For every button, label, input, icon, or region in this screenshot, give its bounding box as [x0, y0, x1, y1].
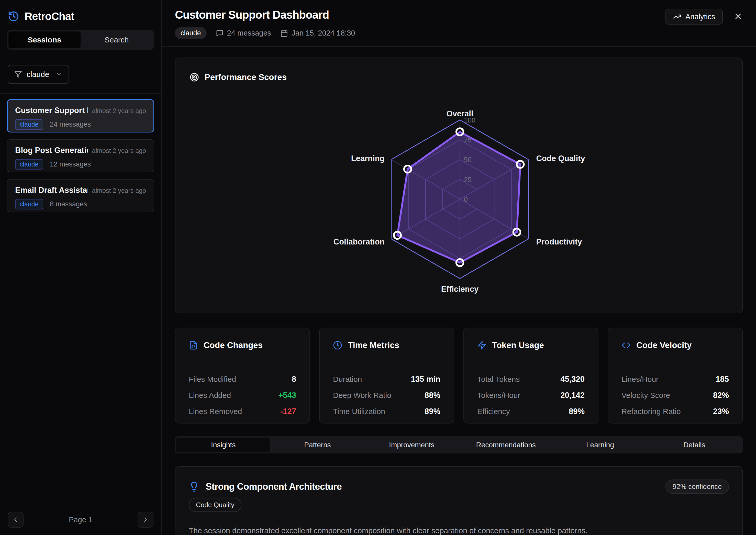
session-title: Blog Post Generation: [15, 146, 88, 155]
app-title: RetroChat: [25, 10, 74, 22]
analytics-button[interactable]: Analytics: [665, 9, 723, 25]
session-content: Performance Scores 0255075100OverallCode…: [162, 47, 756, 535]
card-title: Time Metrics: [348, 340, 399, 350]
header-message-count: 24 messages: [216, 29, 271, 37]
svg-text:Productivity: Productivity: [536, 237, 582, 246]
sidebar-view-tabs: Sessions Search: [7, 30, 154, 50]
metric-row: Files Modified 8: [189, 375, 296, 384]
session-item-blog-post[interactable]: Blog Post Generation almost 2 years ago …: [7, 139, 154, 172]
svg-text:25: 25: [464, 176, 472, 183]
metric-row: Lines/Hour 185: [622, 375, 729, 384]
insight-title: Strong Component Architecture: [206, 481, 342, 492]
sidebar: RetroChat Sessions Search claude Custome…: [0, 0, 162, 535]
x-icon: [734, 12, 743, 21]
metric-row: Lines Added +543: [189, 391, 296, 400]
chart-title: Performance Scores: [205, 72, 287, 82]
performance-radar-chart: 0255075100OverallCode QualityProductivit…: [176, 58, 742, 313]
app-logo: RetroChat: [0, 0, 161, 30]
tab-improvements[interactable]: Improvements: [365, 437, 459, 452]
chevron-left-icon: [12, 516, 19, 523]
session-title: Customer Support Das...: [15, 106, 88, 115]
card-title: Code Velocity: [636, 340, 691, 350]
svg-text:Efficiency: Efficiency: [441, 285, 479, 294]
metric-row: Deep Work Ratio 88%: [333, 391, 440, 400]
insight-description: The session demonstrated excellent compo…: [189, 525, 729, 535]
metric-row: Refactoring Ratio 23%: [622, 407, 729, 416]
message-count: 8 messages: [50, 200, 87, 208]
trending-up-icon: [673, 13, 681, 21]
next-page-button[interactable]: [138, 512, 154, 527]
tab-details[interactable]: Details: [647, 437, 742, 452]
history-icon: [8, 11, 19, 22]
metric-row: Tokens/Hour 20,142: [477, 391, 585, 400]
header-datetime: Jan 15, 2024 18:30: [280, 29, 355, 37]
code-brackets-icon: [622, 341, 631, 350]
tab-recommendations[interactable]: Recommendations: [459, 437, 553, 452]
tab-patterns[interactable]: Patterns: [270, 437, 364, 452]
session-timestamp: almost 2 years ago: [92, 107, 146, 115]
metrics-grid: Code Changes Files Modified 8 Lines Adde…: [175, 327, 743, 424]
zap-icon: [477, 341, 487, 350]
metric-row: Velocity Score 82%: [622, 391, 729, 400]
tab-learning[interactable]: Learning: [553, 437, 647, 452]
message-square-icon: [216, 29, 224, 37]
session-header: Customer Support Dashboard claude 24 mes…: [162, 0, 756, 47]
prev-page-button[interactable]: [8, 512, 23, 527]
session-list: Customer Support Das... almost 2 years a…: [0, 94, 161, 504]
pagination: Page 1: [0, 504, 161, 535]
page-indicator: Page 1: [69, 516, 92, 524]
calendar-icon: [280, 29, 288, 37]
session-timestamp: almost 2 years ago: [92, 147, 146, 155]
metric-row: Lines Removed -127: [189, 407, 296, 416]
session-item-customer-support[interactable]: Customer Support Das... almost 2 years a…: [7, 99, 154, 132]
funnel-icon: [14, 70, 22, 78]
metric-row: Duration 135 min: [333, 375, 440, 384]
performance-scores-card: Performance Scores 0255075100OverallCode…: [175, 58, 743, 313]
session-timestamp: almost 2 years ago: [92, 187, 146, 194]
session-item-email-draft[interactable]: Email Draft Assistant almost 2 years ago…: [7, 179, 154, 212]
tab-search[interactable]: Search: [81, 31, 153, 48]
lightbulb-icon: [189, 481, 200, 492]
confidence-badge: 92% confidence: [665, 480, 729, 494]
svg-text:75: 75: [464, 136, 472, 144]
card-title: Token Usage: [492, 340, 544, 350]
target-icon: [190, 72, 199, 82]
token-usage-card: Token Usage Total Tokens 45,320 Tokens/H…: [463, 327, 599, 424]
insight-card: Strong Component Architecture 92% confid…: [175, 466, 743, 535]
code-changes-card: Code Changes Files Modified 8 Lines Adde…: [175, 327, 310, 424]
svg-text:Code Quality: Code Quality: [536, 154, 585, 163]
svg-text:Overall: Overall: [446, 109, 473, 118]
message-count: 12 messages: [50, 160, 91, 168]
filter-row: claude: [0, 50, 161, 93]
svg-text:50: 50: [464, 156, 472, 164]
tab-insights[interactable]: Insights: [176, 437, 270, 452]
model-filter-dropdown[interactable]: claude: [8, 65, 69, 84]
tab-sessions[interactable]: Sessions: [9, 31, 81, 48]
metric-row: Time Utilization 89%: [333, 407, 440, 416]
analysis-tabbar: Insights Patterns Improvements Recommend…: [175, 436, 743, 453]
filter-value: claude: [27, 70, 49, 79]
header-model-badge: claude: [175, 27, 207, 39]
svg-text:Collaboration: Collaboration: [333, 237, 385, 246]
chevron-down-icon: [56, 71, 62, 78]
svg-text:0: 0: [464, 196, 468, 203]
close-button[interactable]: [734, 12, 743, 21]
metric-row: Efficiency 89%: [477, 407, 585, 416]
clock-icon: [333, 341, 342, 350]
message-count: 24 messages: [50, 121, 91, 128]
app-window: RetroChat Sessions Search claude Custome…: [0, 0, 756, 535]
model-badge: claude: [15, 159, 43, 170]
chevron-right-icon: [142, 516, 149, 523]
model-badge: claude: [15, 119, 43, 130]
code-velocity-card: Code Velocity Lines/Hour 185 Velocity Sc…: [608, 327, 743, 424]
metric-row: Total Tokens 45,320: [477, 375, 585, 384]
page-title: Customer Support Dashboard: [175, 9, 355, 21]
insight-category-tag: Code Quality: [189, 498, 241, 512]
main-panel: Customer Support Dashboard claude 24 mes…: [162, 0, 756, 535]
svg-text:Learning: Learning: [351, 154, 385, 163]
session-title: Email Draft Assistant: [15, 186, 88, 195]
time-metrics-card: Time Metrics Duration 135 min Deep Work …: [319, 327, 454, 424]
file-code-icon: [189, 341, 198, 350]
model-badge: claude: [15, 199, 43, 210]
card-title: Code Changes: [204, 340, 263, 350]
